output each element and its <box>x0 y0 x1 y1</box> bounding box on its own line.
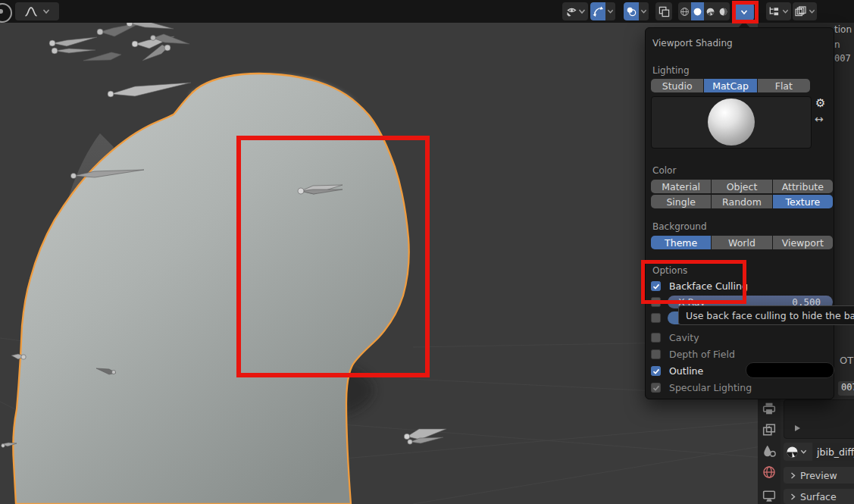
matcap-flip-icon[interactable]: ↔ <box>815 113 824 125</box>
proportional-editing-icon[interactable] <box>0 3 12 23</box>
chevron-down-icon <box>578 8 586 14</box>
show-gizmo-dropdown[interactable] <box>590 2 615 20</box>
outline-row: Outline <box>651 365 703 377</box>
tree-view-icon <box>768 6 780 17</box>
material-slot-list[interactable] <box>784 399 854 439</box>
solid-shading-icon <box>693 7 702 17</box>
panel-text-fragment: n <box>834 39 840 50</box>
properties-tab-strip <box>758 396 780 504</box>
lighting-studio-button[interactable]: Studio <box>651 79 704 92</box>
xray-icon <box>658 6 670 17</box>
panel-text-fragment: tion <box>834 24 852 35</box>
rendered-shading-button[interactable] <box>717 2 730 20</box>
chevron-down-icon <box>800 449 807 455</box>
background-segmented-control: Theme World Viewport <box>651 236 833 249</box>
chevron-right-icon <box>790 493 796 500</box>
outline-label: Outline <box>669 365 703 377</box>
lighting-matcap-button[interactable]: MatCap <box>704 79 757 92</box>
tooltip: Use back face culling to hide the back s… <box>678 305 854 325</box>
output-properties-icon[interactable] <box>762 402 776 415</box>
cavity-label: Cavity <box>669 332 699 343</box>
scene-properties-icon[interactable] <box>762 444 776 458</box>
material-sphere-icon <box>786 446 799 459</box>
viewport-header <box>0 0 854 23</box>
material-name-field[interactable]: jbib_diff_0 <box>813 443 854 461</box>
color-texture-button[interactable]: Texture <box>773 195 833 208</box>
surface-section-header[interactable]: Surface <box>784 489 854 504</box>
specular-lighting-checkbox[interactable] <box>651 383 661 393</box>
lighting-flat-button[interactable]: Flat <box>758 79 810 92</box>
material-preview-shading-icon <box>705 7 715 17</box>
visibility-eye-icon <box>565 5 578 17</box>
shadow-row <box>651 312 661 324</box>
background-viewport-button[interactable]: Viewport <box>773 236 833 249</box>
name-field-fragment[interactable]: 007 <box>838 381 854 396</box>
rendered-shading-icon <box>718 7 728 17</box>
falloff-dropdown[interactable] <box>15 2 59 20</box>
material-preview-shading-button[interactable] <box>704 2 717 20</box>
toggle-xray-button[interactable] <box>655 2 672 20</box>
image-browse-dropdown[interactable] <box>793 2 817 20</box>
world-properties-icon[interactable] <box>762 465 776 479</box>
wireframe-shading-button[interactable] <box>678 2 691 20</box>
overlays-icon <box>626 6 637 17</box>
color-segmented-row2: Single Random Texture <box>651 195 833 208</box>
shadow-checkbox[interactable] <box>651 313 661 323</box>
matcap-sphere[interactable] <box>708 99 755 146</box>
background-label: Background <box>652 221 707 232</box>
surface-section-label: Surface <box>800 491 837 502</box>
annotation-rectangle-backface-culling <box>641 260 746 304</box>
cavity-checkbox[interactable] <box>651 333 661 343</box>
lighting-label: Lighting <box>652 65 690 76</box>
outline-checkbox[interactable] <box>651 366 661 376</box>
outline-color-swatch[interactable] <box>746 362 834 378</box>
chevron-down-icon <box>607 8 614 14</box>
preview-section-header[interactable]: Preview <box>784 467 854 484</box>
blender-window: tion n 007 OT 007 <box>0 0 854 504</box>
chevron-right-icon <box>790 472 796 479</box>
depth-of-field-checkbox[interactable] <box>651 349 661 359</box>
chevron-down-icon <box>42 8 50 14</box>
color-label: Color <box>652 165 676 176</box>
check-icon <box>652 368 660 375</box>
color-random-button[interactable]: Random <box>712 195 772 208</box>
solid-shading-button[interactable] <box>691 2 704 20</box>
depth-of-field-row: Depth of Field <box>651 349 735 360</box>
outliner-display-dropdown[interactable] <box>766 2 791 20</box>
annotation-rectangle-shading-dropdown <box>732 1 759 23</box>
color-single-button[interactable]: Single <box>651 195 712 208</box>
wireframe-shading-icon <box>680 7 690 17</box>
viewport-shading-popover: Viewport Shading Lighting Studio MatCap … <box>645 27 834 399</box>
tooltip-text: Use back face culling to hide the back s… <box>686 310 854 321</box>
image-stack-icon <box>795 6 806 17</box>
slot-expand-icon[interactable] <box>793 424 801 432</box>
object-properties-icon[interactable] <box>762 490 776 503</box>
color-object-button[interactable]: Object <box>712 180 772 193</box>
lighting-segmented-control: Studio MatCap Flat <box>651 79 810 92</box>
color-material-button[interactable]: Material <box>651 180 712 193</box>
depth-of-field-label: Depth of Field <box>669 349 735 360</box>
background-theme-button[interactable]: Theme <box>651 236 712 249</box>
specular-lighting-label: Specular Lighting <box>669 382 752 393</box>
preview-section-label: Preview <box>800 470 837 481</box>
chevron-down-icon <box>782 8 789 14</box>
panel-text-fragment: 007 <box>834 53 851 64</box>
popover-title: Viewport Shading <box>652 38 733 49</box>
matcap-preview-box[interactable] <box>651 96 812 149</box>
check-icon <box>652 384 660 392</box>
view-layer-properties-icon[interactable] <box>762 423 776 437</box>
chevron-down-icon <box>809 8 815 14</box>
color-segmented-row1: Material Object Attribute <box>651 180 833 193</box>
background-world-button[interactable]: World <box>712 236 772 249</box>
material-browse-button[interactable] <box>784 443 812 461</box>
show-overlays-dropdown[interactable] <box>624 2 649 20</box>
object-visibility-dropdown[interactable] <box>562 2 588 20</box>
specular-lighting-row: Specular Lighting <box>651 382 752 393</box>
annotation-rectangle-hood-opening <box>236 136 430 377</box>
shading-mode-group <box>678 2 730 20</box>
gizmo-icon <box>593 6 603 17</box>
matcap-settings-gear-icon[interactable]: ⚙ <box>815 96 825 110</box>
panel-text-fragment: OT <box>840 355 853 366</box>
cavity-row: Cavity <box>651 332 699 343</box>
color-attribute-button[interactable]: Attribute <box>773 180 833 193</box>
